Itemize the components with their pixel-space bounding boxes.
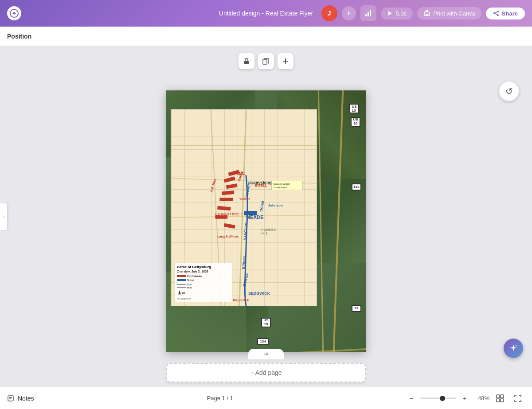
svg-rect-24 [224, 223, 235, 228]
svg-rect-49 [177, 279, 186, 281]
svg-rect-55 [8, 396, 13, 401]
svg-text:A.P. HILL: A.P. HILL [210, 177, 218, 193]
map-legend: Battle of Gettysburg Overview: July 3, 1… [175, 263, 232, 302]
duplicate-button[interactable] [258, 53, 274, 69]
svg-rect-48 [177, 275, 186, 277]
svg-rect-7 [426, 14, 428, 16]
svg-rect-2 [368, 12, 369, 16]
svg-line-12 [495, 14, 497, 15]
svg-rect-19 [226, 183, 238, 189]
svg-rect-14 [263, 59, 267, 64]
zoom-out-button[interactable]: − [406, 393, 417, 404]
share-button[interactable]: Share [486, 8, 525, 19]
svg-rect-59 [501, 395, 504, 398]
svg-text:LONGSTREET: LONGSTREET [215, 211, 243, 216]
svg-text:Cavalry action: Cavalry action [274, 183, 290, 185]
document-title[interactable]: Untitled design - Real Estate Flyer [219, 10, 313, 17]
svg-text:HANCOCK: HANCOCK [243, 222, 249, 240]
fullscreen-button[interactable] [511, 391, 525, 405]
svg-text:EWELL: EWELL [255, 183, 267, 187]
svg-marker-52 [178, 290, 181, 295]
svg-text:3 miles east: 3 miles east [274, 186, 288, 189]
svg-text:Lang & Wilcox: Lang & Wilcox [217, 234, 239, 238]
header-right: J + 5.0s Print with Canva Share [321, 5, 525, 21]
svg-text:POWER'S: POWER'S [262, 228, 276, 231]
svg-rect-16 [283, 61, 288, 62]
show-pages-button[interactable] [248, 349, 284, 359]
zoom-thumb[interactable] [440, 396, 445, 401]
stats-button[interactable] [360, 5, 376, 21]
header: Untitled design - Real Estate Flyer J + … [0, 0, 532, 27]
add-collaborator-button[interactable]: + [342, 6, 356, 20]
canva-logo[interactable] [7, 6, 21, 20]
svg-rect-61 [501, 399, 504, 402]
preview-button[interactable]: 5.0s [381, 8, 413, 19]
svg-point-10 [497, 14, 499, 16]
canvas-area[interactable]: Gettysburg LEE EWELL HOWARD A.P. HILL LO… [0, 46, 532, 387]
svg-rect-3 [370, 10, 371, 16]
svg-rect-58 [497, 395, 500, 398]
svg-text:Johnson: Johnson [268, 203, 283, 207]
zoom-control: − + 48% [406, 391, 525, 405]
svg-line-11 [495, 12, 497, 13]
notes-button[interactable]: Notes [7, 395, 34, 402]
svg-rect-22 [217, 206, 231, 210]
bottom-bar: Notes Page 1 / 1 − + 48% [0, 387, 532, 409]
svg-text:HILL: HILL [262, 231, 268, 234]
svg-rect-20 [222, 191, 234, 195]
ai-assistant-button[interactable] [504, 339, 523, 358]
svg-point-9 [493, 12, 495, 14]
refresh-button[interactable]: ↺ [499, 82, 519, 101]
map-content: Gettysburg LEE EWELL HOWARD A.P. HILL LO… [166, 90, 366, 352]
toolbar: Position [0, 27, 532, 46]
svg-rect-1 [365, 14, 367, 16]
svg-text:Wofford: Wofford [239, 197, 250, 200]
svg-point-54 [516, 345, 517, 347]
position-label: Position [7, 33, 31, 40]
user-avatar[interactable]: J [321, 5, 337, 21]
svg-text:MEADE: MEADE [246, 214, 263, 219]
print-button[interactable]: Print with Canva [417, 7, 481, 19]
svg-text:Kilpatrick: Kilpatrick [233, 298, 249, 302]
sidebar-collapse-button[interactable]: ‹ [0, 203, 7, 230]
lock-button[interactable] [239, 53, 254, 69]
add-page-button[interactable]: + Add page [166, 363, 366, 382]
header-left [7, 6, 21, 20]
svg-point-8 [497, 11, 499, 12]
zoom-in-button[interactable]: + [459, 393, 470, 404]
svg-text:SYKES: SYKES [243, 273, 249, 287]
svg-rect-18 [224, 176, 235, 183]
zoom-percentage: 48% [473, 395, 489, 401]
canvas-document[interactable]: Gettysburg LEE EWELL HOWARD A.P. HILL LO… [166, 90, 366, 352]
page-indicator: Page 1 / 1 [207, 395, 233, 401]
notes-label: Notes [18, 395, 34, 402]
svg-text:HOWARD: HOWARD [245, 181, 251, 197]
svg-rect-21 [219, 198, 233, 201]
svg-rect-13 [244, 61, 249, 64]
zoom-slider[interactable] [420, 397, 456, 399]
inner-map: Gettysburg LEE EWELL HOWARD A.P. HILL LO… [171, 109, 317, 306]
add-element-button[interactable] [278, 53, 293, 69]
svg-marker-4 [388, 11, 392, 16]
svg-text:SEDGWICK: SEDGWICK [248, 291, 270, 295]
float-toolbar [239, 53, 293, 69]
svg-rect-60 [497, 399, 500, 402]
svg-rect-6 [426, 10, 428, 12]
svg-text:OCUM: OCUM [259, 200, 265, 212]
grid-view-button[interactable] [493, 391, 507, 405]
